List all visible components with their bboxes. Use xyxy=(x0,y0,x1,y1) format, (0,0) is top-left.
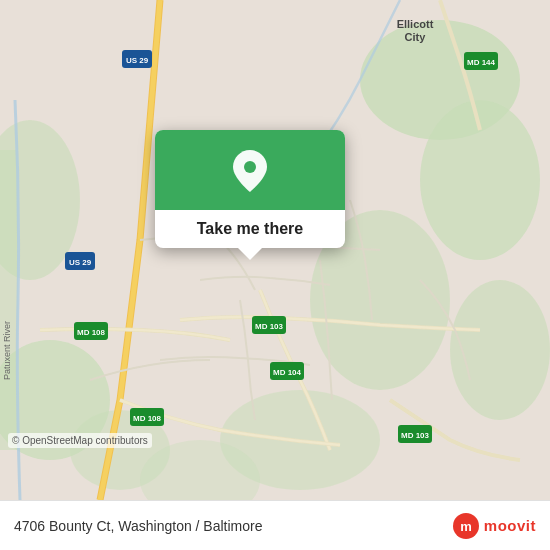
location-pin-icon xyxy=(230,148,270,194)
svg-text:US 29: US 29 xyxy=(126,56,149,65)
svg-text:MD 108: MD 108 xyxy=(133,414,162,423)
map-svg: Patuxent River xyxy=(0,0,550,500)
take-me-there-button[interactable]: Take me there xyxy=(181,210,319,238)
map-credit: © OpenStreetMap contributors xyxy=(8,433,152,448)
svg-text:Patuxent River: Patuxent River xyxy=(2,321,12,380)
moovit-brand-icon: m xyxy=(452,512,480,540)
svg-text:MD 144: MD 144 xyxy=(467,58,496,67)
bottom-bar: 4706 Bounty Ct, Washington / Baltimore m… xyxy=(0,500,550,550)
map-container: Patuxent River xyxy=(0,0,550,500)
address-label: 4706 Bounty Ct, Washington / Baltimore xyxy=(14,518,444,534)
svg-text:Ellicott: Ellicott xyxy=(397,18,434,30)
svg-text:City: City xyxy=(405,31,427,43)
popup-header xyxy=(155,130,345,210)
svg-text:MD 103: MD 103 xyxy=(401,431,430,440)
svg-text:US 29: US 29 xyxy=(69,258,92,267)
svg-point-30 xyxy=(244,161,256,173)
svg-text:MD 104: MD 104 xyxy=(273,368,302,377)
svg-rect-10 xyxy=(0,150,18,450)
moovit-logo: m moovit xyxy=(452,512,536,540)
svg-point-6 xyxy=(450,280,550,420)
svg-text:MD 108: MD 108 xyxy=(77,328,106,337)
svg-text:m: m xyxy=(460,519,472,534)
svg-text:MD 103: MD 103 xyxy=(255,322,284,331)
moovit-brand-text: moovit xyxy=(484,517,536,534)
location-popup[interactable]: Take me there xyxy=(155,130,345,248)
